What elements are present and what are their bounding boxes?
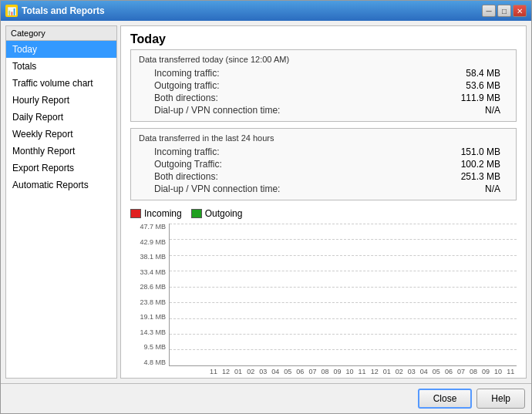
last24-incoming-label: Incoming traffic: bbox=[154, 146, 219, 157]
last24-both-label: Both directions: bbox=[154, 171, 218, 182]
legend-outgoing: Outgoing bbox=[191, 208, 243, 219]
x-label: 01 bbox=[232, 368, 244, 375]
today-info-box: Data transferred today (since 12:00 AM) … bbox=[130, 49, 517, 122]
x-label: 04 bbox=[418, 368, 430, 375]
x-label: 10 bbox=[492, 368, 504, 375]
sidebar-item-hourly-report[interactable]: Hourly Report bbox=[6, 92, 116, 109]
sidebar-item-daily-report[interactable]: Daily Report bbox=[6, 109, 116, 126]
last24-both-row: Both directions: 251.3 MB bbox=[139, 170, 508, 183]
bars-area bbox=[170, 224, 517, 365]
today-outgoing-label: Outgoing traffic: bbox=[154, 80, 220, 91]
y-label-9: 4.8 MB bbox=[143, 359, 166, 366]
chart-legend: Incoming Outgoing bbox=[130, 207, 517, 220]
x-label: 02 bbox=[393, 368, 406, 375]
x-label: 11 bbox=[504, 368, 517, 375]
last24-vpn-label: Dial-up / VPN connection time: bbox=[154, 183, 280, 194]
x-label: 09 bbox=[331, 368, 343, 375]
close-button[interactable]: Close bbox=[418, 389, 473, 409]
today-info-title: Data transferred today (since 12:00 AM) bbox=[139, 55, 508, 64]
sidebar-item-weekly-report[interactable]: Weekly Report bbox=[6, 126, 116, 143]
help-button[interactable]: Help bbox=[476, 389, 525, 409]
sidebar-item-today[interactable]: Today bbox=[6, 41, 116, 58]
main-window: 📊 Totals and Reports ─ □ ✕ Category Toda… bbox=[0, 0, 532, 414]
sidebar-item-monthly-report[interactable]: Monthly Report bbox=[6, 143, 116, 160]
today-vpn-row: Dial-up / VPN connection time: N/A bbox=[139, 104, 508, 116]
today-vpn-value: N/A bbox=[485, 105, 500, 116]
last24-outgoing-label: Outgoing Traffic: bbox=[154, 159, 222, 170]
footer-bar: Close Help bbox=[1, 383, 531, 413]
x-label: 05 bbox=[281, 368, 294, 375]
today-vpn-label: Dial-up / VPN connection time: bbox=[154, 105, 280, 116]
y-label-7: 14.3 MB bbox=[140, 329, 166, 336]
sidebar-item-traffic-volume-chart[interactable]: Traffic volume chart bbox=[6, 75, 116, 92]
today-both-value: 111.9 MB bbox=[461, 93, 500, 103]
x-axis: 1112010203040506070809101112010203040506… bbox=[130, 368, 517, 375]
x-label: 03 bbox=[406, 368, 418, 375]
window-title: Totals and Reports bbox=[22, 5, 105, 16]
today-outgoing-row: Outgoing traffic: 53.6 MB bbox=[139, 79, 508, 92]
title-bar-left: 📊 Totals and Reports bbox=[5, 5, 105, 17]
title-bar: 📊 Totals and Reports ─ □ ✕ bbox=[1, 1, 531, 21]
today-incoming-row: Incoming traffic: 58.4 MB bbox=[139, 67, 508, 79]
y-label-8: 9.5 MB bbox=[143, 344, 166, 351]
x-label: 11 bbox=[207, 368, 220, 375]
x-label: 04 bbox=[269, 368, 281, 375]
x-label: 02 bbox=[244, 368, 257, 375]
content-area: Category Today Totals Traffic volume cha… bbox=[1, 21, 531, 383]
x-label: 08 bbox=[318, 368, 331, 375]
today-incoming-value: 58.4 MB bbox=[466, 68, 500, 79]
y-label-6: 19.1 MB bbox=[140, 314, 166, 321]
y-label-1: 42.9 MB bbox=[140, 239, 166, 246]
legend-incoming-color bbox=[130, 209, 141, 218]
last24-info-box: Data transferred in the last 24 hours In… bbox=[130, 128, 517, 200]
last24-vpn-value: N/A bbox=[485, 183, 500, 194]
app-icon: 📊 bbox=[5, 5, 18, 17]
last24-info-title: Data transferred in the last 24 hours bbox=[139, 133, 508, 143]
y-label-4: 28.6 MB bbox=[140, 284, 166, 291]
today-both-label: Both directions: bbox=[154, 93, 218, 103]
last24-both-value: 251.3 MB bbox=[461, 171, 500, 182]
x-label: 01 bbox=[381, 368, 393, 375]
x-label: 07 bbox=[306, 368, 318, 375]
legend-outgoing-color bbox=[191, 209, 202, 218]
x-label: 10 bbox=[344, 368, 356, 375]
y-label-2: 38.1 MB bbox=[140, 254, 166, 261]
chart-inner bbox=[169, 224, 517, 366]
x-label: 11 bbox=[356, 368, 369, 375]
x-label: 08 bbox=[467, 368, 480, 375]
x-label: 03 bbox=[257, 368, 269, 375]
x-label: 09 bbox=[480, 368, 492, 375]
sidebar-item-automatic-reports[interactable]: Automatic Reports bbox=[6, 177, 116, 194]
minimize-button[interactable]: ─ bbox=[482, 5, 496, 17]
maximize-button[interactable]: □ bbox=[497, 5, 511, 17]
traffic-chart: 47.7 MB 42.9 MB 38.1 MB 33.4 MB 28.6 MB … bbox=[130, 224, 517, 378]
sidebar-item-totals[interactable]: Totals bbox=[6, 58, 116, 75]
main-panel-title: Today bbox=[121, 26, 526, 49]
main-panel: Today Data transferred today (since 12:0… bbox=[120, 25, 527, 379]
x-label: 06 bbox=[294, 368, 306, 375]
legend-incoming: Incoming bbox=[130, 208, 182, 219]
x-label: 05 bbox=[430, 368, 443, 375]
sidebar-category-label: Category bbox=[6, 26, 116, 41]
x-label: 12 bbox=[369, 368, 381, 375]
today-outgoing-value: 53.6 MB bbox=[466, 80, 500, 91]
y-label-5: 23.8 MB bbox=[140, 299, 166, 306]
y-label-0: 47.7 MB bbox=[140, 224, 166, 231]
main-content: Data transferred today (since 12:00 AM) … bbox=[121, 49, 526, 378]
today-incoming-label: Incoming traffic: bbox=[154, 68, 219, 79]
legend-outgoing-label: Outgoing bbox=[205, 208, 243, 219]
last24-outgoing-value: 100.2 MB bbox=[461, 159, 500, 170]
legend-incoming-label: Incoming bbox=[144, 208, 182, 219]
x-label: 07 bbox=[455, 368, 467, 375]
chart-area: 47.7 MB 42.9 MB 38.1 MB 33.4 MB 28.6 MB … bbox=[130, 224, 517, 366]
today-both-row: Both directions: 111.9 MB bbox=[139, 92, 508, 104]
x-label: 06 bbox=[443, 368, 455, 375]
title-buttons: ─ □ ✕ bbox=[482, 5, 527, 17]
y-axis: 47.7 MB 42.9 MB 38.1 MB 33.4 MB 28.6 MB … bbox=[130, 224, 169, 366]
close-window-button[interactable]: ✕ bbox=[513, 5, 527, 17]
sidebar: Category Today Totals Traffic volume cha… bbox=[5, 25, 117, 379]
y-label-3: 33.4 MB bbox=[140, 269, 166, 276]
sidebar-item-export-reports[interactable]: Export Reports bbox=[6, 160, 116, 177]
last24-incoming-value: 151.0 MB bbox=[461, 146, 500, 157]
last24-outgoing-row: Outgoing Traffic: 100.2 MB bbox=[139, 158, 508, 170]
